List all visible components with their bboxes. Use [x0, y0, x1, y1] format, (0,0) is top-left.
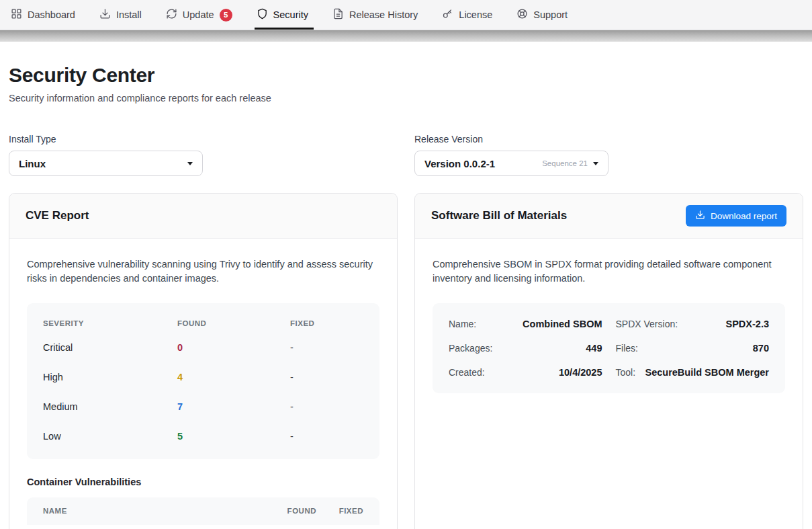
shield-icon	[257, 8, 268, 22]
nav-item-install[interactable]: Install	[99, 0, 142, 30]
severity-table: SEVERITY FOUND FIXED Critical 0 - High 4…	[27, 303, 379, 459]
install-type-filter: Install Type Linux	[9, 134, 398, 176]
fixed-value: -	[290, 401, 363, 412]
detail-value: Combined SBOM	[523, 319, 602, 329]
fixed-column-header: FIXED	[316, 507, 363, 515]
nav-item-dashboard[interactable]: Dashboard	[11, 0, 75, 30]
detail-label: Files:	[616, 343, 638, 354]
cve-report-title: CVE Report	[26, 209, 89, 222]
fixed-value: -	[290, 342, 363, 353]
nav-item-label: Install	[116, 9, 142, 20]
cve-report-header: CVE Report	[9, 194, 397, 239]
detail-label: Packages:	[449, 343, 492, 354]
detail-value: 10/4/2025	[559, 367, 602, 378]
release-version-select[interactable]: Version 0.0.2-1 Sequence 21	[414, 151, 608, 176]
sbom-title: Software Bill of Materials	[431, 209, 567, 222]
sbom-detail-item: Name: Combined SBOM	[449, 312, 602, 336]
chevron-down-icon	[593, 162, 598, 165]
nav-item-support[interactable]: Support	[516, 0, 568, 30]
container-table-header: NAME FOUND FIXED	[27, 497, 379, 525]
update-count-badge: 5	[220, 9, 232, 22]
download-report-label: Download report	[711, 211, 777, 221]
fixed-column-header: FIXED	[290, 319, 363, 327]
download-report-button[interactable]: Download report	[686, 205, 786, 227]
severity-column-header: SEVERITY	[43, 319, 177, 327]
top-navbar: Dashboard Install Update 5 Security Rele…	[0, 0, 812, 30]
sbom-detail-item: SPDX Version: SPDX-2.3	[616, 312, 770, 336]
nav-item-release-history[interactable]: Release History	[332, 0, 418, 30]
release-sequence-label: Sequence 21	[542, 159, 588, 167]
detail-value: SPDX-2.3	[726, 319, 769, 329]
nav-item-label: Support	[533, 9, 568, 20]
sbom-detail-item: Tool: SecureBuild SBOM Merger	[616, 360, 770, 384]
severity-label: Low	[43, 431, 177, 442]
severity-label: High	[43, 372, 177, 382]
found-column-header: FOUND	[177, 319, 290, 327]
table-row: High 4 -	[43, 362, 363, 392]
table-row: Critical 0 -	[43, 333, 363, 362]
sbom-detail-item: Packages: 449	[449, 336, 602, 360]
sbom-card: Software Bill of Materials Download repo…	[414, 193, 803, 529]
name-column-header: NAME	[43, 507, 256, 515]
found-value: 5	[177, 431, 290, 442]
page-subtitle: Security information and compliance repo…	[9, 93, 803, 104]
sbom-details: Name: Combined SBOM SPDX Version: SPDX-2…	[433, 303, 785, 393]
nav-item-license[interactable]: License	[442, 0, 492, 30]
detail-value: 449	[586, 343, 602, 354]
found-value: 0	[177, 342, 290, 353]
nav-item-update[interactable]: Update 5	[166, 0, 232, 30]
nav-item-label: Security	[273, 9, 308, 20]
page-title: Security Center	[9, 64, 803, 87]
sbom-description: Comprehensive SBOM in SPDX format provid…	[433, 257, 785, 286]
install-type-label: Install Type	[9, 134, 398, 145]
found-value: 4	[177, 372, 290, 382]
nav-shadow-divider	[0, 30, 812, 42]
chevron-down-icon	[187, 162, 193, 165]
nav-item-label: Release History	[349, 9, 418, 20]
install-type-value: Linux	[19, 158, 182, 169]
nav-item-label: License	[459, 9, 492, 20]
found-column-header: FOUND	[256, 507, 316, 515]
container-vulnerabilities-title: Container Vulnerabilities	[27, 477, 379, 487]
download-icon	[99, 8, 111, 22]
download-icon	[695, 210, 705, 222]
table-row: Medium 7 -	[43, 392, 363, 421]
severity-label: Critical	[43, 342, 177, 353]
release-version-label: Release Version	[414, 134, 803, 145]
release-version-value: Version 0.0.2-1	[424, 158, 542, 169]
nav-item-security[interactable]: Security	[257, 0, 308, 30]
key-icon	[442, 8, 453, 22]
cve-report-card: CVE Report Comprehensive vulnerability s…	[9, 193, 398, 529]
table-row: Low 5 -	[43, 421, 363, 451]
refresh-icon	[166, 8, 177, 22]
sbom-detail-item: Files: 870	[616, 336, 770, 360]
file-text-icon	[332, 8, 344, 22]
detail-label: Created:	[449, 367, 485, 378]
nav-item-label: Dashboard	[28, 9, 75, 20]
release-version-filter: Release Version Version 0.0.2-1 Sequence…	[414, 134, 803, 176]
severity-label: Medium	[43, 401, 177, 412]
detail-value: 870	[753, 343, 769, 354]
install-type-select[interactable]: Linux	[9, 151, 203, 176]
found-value: 7	[177, 401, 290, 412]
severity-table-header: SEVERITY FOUND FIXED	[43, 314, 363, 333]
sbom-detail-item: Created: 10/4/2025	[449, 360, 602, 384]
detail-value: SecureBuild SBOM Merger	[645, 367, 769, 378]
detail-label: SPDX Version:	[616, 319, 678, 329]
sbom-header: Software Bill of Materials Download repo…	[415, 194, 803, 239]
fixed-value: -	[290, 431, 363, 442]
grid-icon	[11, 8, 22, 22]
detail-label: Tool:	[616, 367, 636, 378]
detail-label: Name:	[449, 319, 476, 329]
life-buoy-icon	[516, 8, 528, 22]
fixed-value: -	[290, 372, 363, 382]
nav-item-label: Update	[183, 9, 214, 20]
cve-report-description: Comprehensive vulnerability scanning usi…	[27, 257, 379, 286]
